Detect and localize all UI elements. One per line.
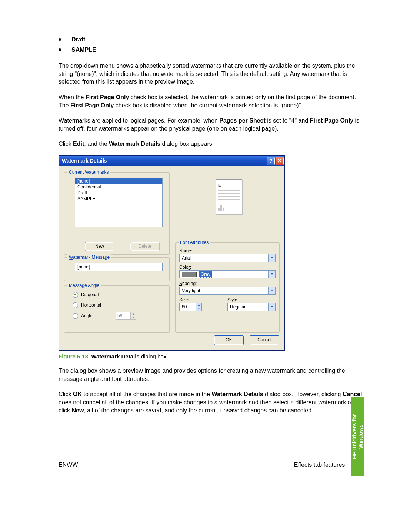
group-title: Current Watermarks [67,169,110,175]
size-input[interactable]: 80 [179,303,196,311]
preview-pane: E [216,179,242,214]
watermark-details-dialog: Watermark Details ? ✕ Current Watermarks… [59,155,285,351]
group-title: Message Angle [67,282,101,288]
body-text: Click Edit, and the Watermark Details di… [59,140,363,148]
group-title: Watermark Message [67,254,111,260]
list-item[interactable]: Draft [75,190,162,196]
color-label: Color: [179,264,191,270]
titlebar: Watermark Details ? ✕ [59,156,284,166]
chevron-down-icon[interactable]: ▾ [268,303,275,311]
close-icon[interactable]: ✕ [276,157,284,165]
side-tab: HP unidrivers forWindows [351,397,364,476]
name-label: Name: [179,248,192,254]
watermark-message-input[interactable]: [none] [75,263,163,271]
chevron-down-icon[interactable]: ▾ [268,254,275,262]
radio-diagonal[interactable]: Diagonal [73,292,99,298]
radio-angle[interactable]: Angle [73,313,93,319]
new-button[interactable]: New [85,242,114,251]
figure-caption: Figure 5-13 Watermark Details dialog box [59,353,363,360]
list-item[interactable]: [none] [75,178,162,184]
message-angle-group: Message Angle Diagonal Horizontal Angle … [64,285,170,333]
shading-select[interactable]: Very light ▾ [179,287,276,295]
body-text: The dialog box shows a preview image and… [59,367,363,383]
delete-button: Delete [130,242,160,251]
current-watermarks-group: Current Watermarks [none] Confidential D… [64,172,170,255]
watermark-message-group: Watermark Message [none] [64,257,170,281]
color-swatch-icon [182,272,197,277]
style-select[interactable]: Regular ▾ [227,303,276,311]
group-title: Font Attributes [179,240,210,245]
spin-buttons-icon: ▲▼ [130,312,136,320]
list-item[interactable]: Confidential [75,184,162,190]
bullet-item: SAMPLE [71,46,96,54]
font-color-select[interactable]: Gray ▾ [179,270,276,278]
style-label: Style: [227,297,239,303]
size-label: Size: [179,297,189,303]
footer-section: Effects tab features [294,461,345,469]
watermark-listbox[interactable]: [none] Confidential Draft SAMPLE [75,178,163,227]
body-text: Watermarks are applied to logical pages.… [59,117,363,133]
radio-horizontal[interactable]: Horizontal [73,302,101,308]
list-item[interactable]: SAMPLE [75,196,162,202]
bullet-list: Draft SAMPLE [59,36,363,54]
footer-left: ENWW [59,461,78,469]
ok-button[interactable]: OK [214,335,244,345]
font-attributes-group: Font Attributes Name: Arial ▾ Color: Gra… [175,242,280,333]
body-text: Click OK to accept all of the changes th… [59,390,363,414]
body-text: The drop-down menu shows alphabetically … [59,62,363,86]
help-icon[interactable]: ? [267,157,275,165]
page-footer: ENWW Effects tab features 229 [0,461,400,469]
body-text: When the First Page Only check box is se… [59,93,363,109]
dialog-title: Watermark Details [62,157,266,164]
angle-stepper: 58 ▲▼ [116,312,136,320]
bullet-item: Draft [71,36,85,44]
chevron-down-icon[interactable]: ▾ [268,271,275,278]
shading-label: Shading: [179,281,197,287]
chevron-down-icon[interactable]: ▾ [268,287,275,294]
font-name-select[interactable]: Arial ▾ [179,254,276,262]
angle-value: 58 [116,312,130,320]
preview-letter: E [218,183,240,188]
size-stepper[interactable]: ▲▼ [196,303,202,311]
cancel-button[interactable]: Cancel [250,335,279,345]
